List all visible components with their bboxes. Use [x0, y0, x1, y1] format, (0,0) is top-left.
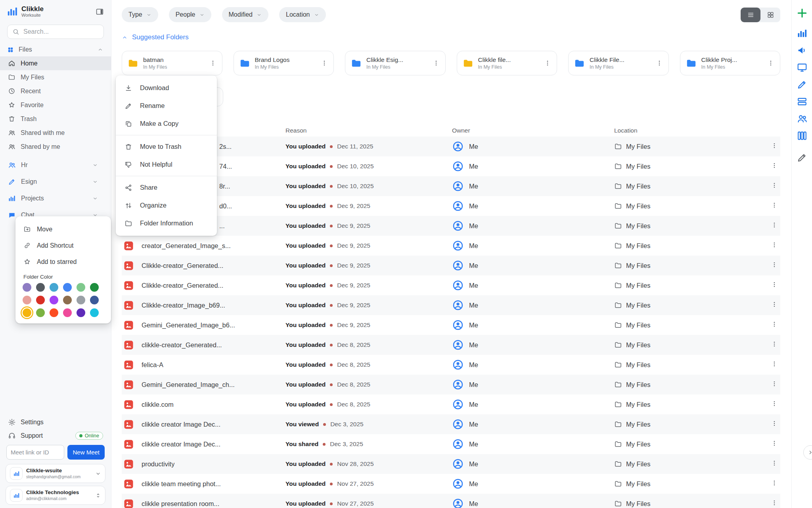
color-swatch[interactable]: [63, 283, 72, 292]
folder-card[interactable]: Clikkle file... In My Files: [457, 51, 557, 75]
location-cell[interactable]: My Files: [614, 420, 771, 428]
kebab-icon[interactable]: [321, 60, 328, 67]
menu-item[interactable]: Make a Copy: [116, 115, 217, 133]
file-row[interactable]: 2s... You uploaded Dec 11, 2025 Me: [122, 137, 780, 156]
kebab-icon[interactable]: [771, 440, 778, 447]
kebab-icon[interactable]: [771, 182, 778, 189]
menu-item[interactable]: Folder Information: [116, 214, 217, 232]
menu-item[interactable]: [116, 135, 217, 135]
rail-app-icon[interactable]: [797, 130, 808, 141]
color-swatch[interactable]: [77, 308, 85, 317]
color-swatch[interactable]: [90, 283, 99, 292]
file-row[interactable]: Gemini_Generated_Image_b6... You uploade…: [122, 315, 780, 335]
filter-chip[interactable]: Type: [122, 7, 158, 22]
location-cell[interactable]: My Files: [614, 182, 771, 190]
color-swatch[interactable]: [90, 296, 99, 304]
account-card[interactable]: Clikkle-wsuite stephandgraham@gmail.com: [6, 464, 105, 483]
file-row[interactable]: Clikkle-creator_Generated... You uploade…: [122, 256, 780, 275]
sidebar-item[interactable]: Trash: [0, 112, 111, 126]
kebab-icon[interactable]: [209, 60, 216, 67]
meet-link-input[interactable]: [6, 445, 64, 460]
rail-app-icon[interactable]: [797, 152, 808, 163]
location-cell[interactable]: My Files: [614, 222, 771, 230]
file-row[interactable]: productivity You uploaded Nov 28, 2025 M…: [122, 454, 780, 474]
filter-chip[interactable]: Location: [279, 7, 326, 22]
color-swatch[interactable]: [50, 296, 58, 304]
menu-item[interactable]: Download: [116, 79, 217, 97]
kebab-icon[interactable]: [771, 380, 778, 387]
kebab-icon[interactable]: [544, 60, 551, 67]
color-swatch[interactable]: [23, 308, 31, 317]
location-cell[interactable]: My Files: [614, 500, 771, 508]
kebab-icon[interactable]: [656, 60, 663, 67]
kebab-icon[interactable]: [771, 241, 778, 248]
color-swatch[interactable]: [36, 296, 45, 304]
kebab-icon[interactable]: [771, 460, 778, 467]
rail-app-icon[interactable]: [797, 96, 808, 107]
location-cell[interactable]: My Files: [614, 460, 771, 468]
file-row[interactable]: felica-A You uploaded Dec 8, 2025 Me: [122, 355, 780, 375]
kebab-icon[interactable]: [771, 221, 778, 229]
folder-card[interactable]: Clikkle Esig... In My Files: [345, 51, 446, 75]
rail-app-icon[interactable]: [797, 28, 808, 39]
color-swatch[interactable]: [63, 308, 72, 317]
suggested-folders-header[interactable]: Suggested Folders: [122, 33, 791, 42]
rail-app-icon[interactable]: [797, 45, 808, 56]
files-section-header[interactable]: Files: [0, 40, 111, 56]
file-row[interactable]: Gemini_Generated_Image_ch... You uploade…: [122, 375, 780, 394]
menu-item[interactable]: [116, 176, 217, 176]
popup-menu-item[interactable]: Move: [15, 221, 111, 237]
location-cell[interactable]: My Files: [614, 262, 771, 269]
file-row[interactable]: creator_Generated_Image_s... You uploade…: [122, 236, 780, 256]
rail-app-icon[interactable]: [797, 79, 808, 90]
color-swatch[interactable]: [63, 296, 72, 304]
location-cell[interactable]: My Files: [614, 301, 771, 309]
sidebar-item[interactable]: Shared with me: [0, 126, 111, 140]
filter-chip[interactable]: People: [169, 7, 211, 22]
kebab-icon[interactable]: [771, 301, 778, 308]
sidebar-toggle-icon[interactable]: [96, 8, 104, 16]
settings-item[interactable]: Settings: [0, 416, 111, 429]
account-switch-icon[interactable]: [95, 493, 101, 498]
account-card[interactable]: Clikkle Technologies admin@clikkmail.com: [6, 486, 105, 505]
location-cell[interactable]: My Files: [614, 162, 771, 170]
menu-item[interactable]: Not Helpful: [116, 156, 217, 173]
file-row[interactable]: clikkle presentation room... You uploade…: [122, 494, 780, 508]
chevron-down-icon[interactable]: [92, 162, 98, 168]
location-cell[interactable]: My Files: [614, 341, 771, 349]
kebab-icon[interactable]: [771, 142, 778, 149]
menu-item[interactable]: Move to Trash: [116, 138, 217, 156]
menu-item[interactable]: Rename: [116, 97, 217, 115]
kebab-icon[interactable]: [771, 162, 778, 169]
rail-app-icon[interactable]: [796, 7, 808, 19]
folder-card[interactable]: Clikkle File... In My Files: [568, 51, 669, 75]
color-swatch[interactable]: [23, 296, 31, 304]
file-row[interactable]: clikkle creator Image Dec... You shared …: [122, 434, 780, 454]
location-cell[interactable]: My Files: [614, 381, 771, 389]
sidebar-item[interactable]: Recent: [0, 84, 111, 98]
folder-card[interactable]: Brand Logos In My Files: [234, 51, 334, 75]
location-cell[interactable]: My Files: [614, 142, 771, 150]
location-cell[interactable]: My Files: [614, 400, 771, 408]
view-toggle-button[interactable]: [760, 8, 780, 22]
folder-card[interactable]: batman In My Files: [122, 51, 222, 75]
color-swatch[interactable]: [36, 283, 45, 292]
chevron-down-icon[interactable]: [92, 196, 98, 201]
kebab-icon[interactable]: [771, 420, 778, 427]
kebab-icon[interactable]: [771, 341, 778, 348]
chevron-up-icon[interactable]: [98, 47, 103, 52]
file-row[interactable]: Clikkle-creator_Generated... You uploade…: [122, 275, 780, 295]
kebab-icon[interactable]: [771, 261, 778, 268]
menu-item[interactable]: Share: [116, 179, 217, 196]
menu-item[interactable]: Organize: [116, 196, 217, 214]
new-meet-button[interactable]: New Meet: [67, 445, 105, 460]
kebab-icon[interactable]: [771, 360, 778, 368]
file-row[interactable]: 8r... You uploaded Dec 10, 2025 Me: [122, 176, 780, 196]
color-swatch[interactable]: [36, 308, 45, 317]
sidebar-item[interactable]: Favorite: [0, 98, 111, 112]
sidebar-item[interactable]: My Files: [0, 70, 111, 84]
location-cell[interactable]: My Files: [614, 321, 771, 329]
color-swatch[interactable]: [23, 283, 31, 292]
location-cell[interactable]: My Files: [614, 281, 771, 289]
location-cell[interactable]: My Files: [614, 361, 771, 369]
